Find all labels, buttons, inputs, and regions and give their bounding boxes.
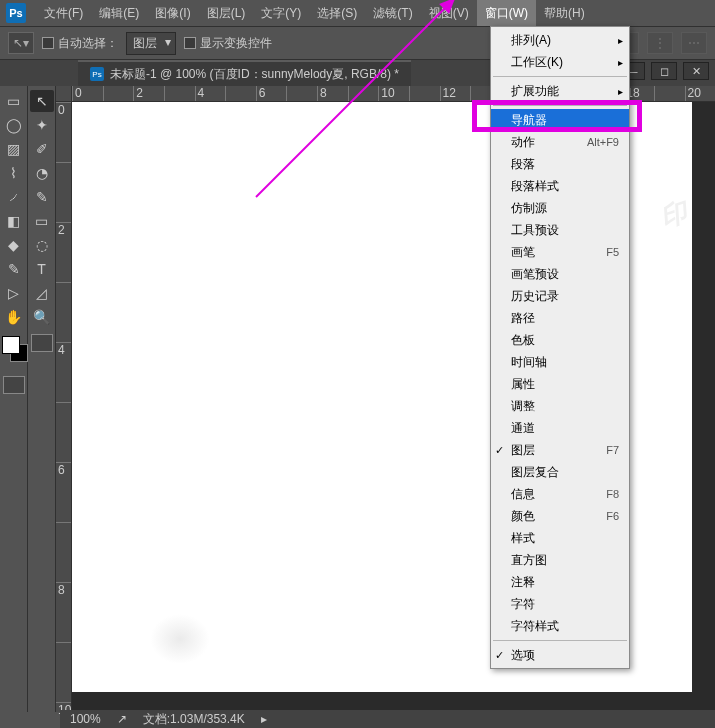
menu-bar: Ps 文件(F)编辑(E)图像(I)图层(L)文字(Y)选择(S)滤镜(T)视图… bbox=[0, 0, 715, 26]
screen-mode-button[interactable] bbox=[31, 334, 53, 352]
tool-button[interactable]: ◧ bbox=[2, 210, 26, 232]
tool-button[interactable]: ✎ bbox=[30, 186, 54, 208]
menu-item[interactable]: 导航器 bbox=[491, 109, 629, 131]
menu-item[interactable]: 样式 bbox=[491, 527, 629, 549]
menu-item[interactable]: 属性 bbox=[491, 373, 629, 395]
tool-button[interactable]: ▭ bbox=[2, 90, 26, 112]
menu-item[interactable]: 动作Alt+F9 bbox=[491, 131, 629, 153]
menu-8[interactable]: 窗口(W) bbox=[477, 0, 536, 26]
menu-item[interactable]: 字符 bbox=[491, 593, 629, 615]
toolbox-col-left: ▭◯▨⌇⟋◧◆✎▷✋ bbox=[0, 86, 28, 712]
menu-0[interactable]: 文件(F) bbox=[36, 0, 91, 26]
menu-item[interactable]: 工具预设 bbox=[491, 219, 629, 241]
tool-button[interactable]: ▷ bbox=[2, 282, 26, 304]
tool-button[interactable]: ◯ bbox=[2, 114, 26, 136]
tool-button[interactable]: ◿ bbox=[30, 282, 54, 304]
watermark: 印 bbox=[656, 195, 689, 235]
tool-button[interactable]: ✦ bbox=[30, 114, 54, 136]
export-icon[interactable]: ↗ bbox=[117, 712, 127, 726]
menu-item[interactable]: 信息F8 bbox=[491, 483, 629, 505]
distribute-v-button: ⋮ bbox=[647, 32, 673, 54]
tool-button[interactable]: ◆ bbox=[2, 234, 26, 256]
menu-item[interactable]: 段落 bbox=[491, 153, 629, 175]
menu-item[interactable]: 画笔F5 bbox=[491, 241, 629, 263]
tool-button[interactable]: ⟋ bbox=[2, 186, 26, 208]
tool-button[interactable]: ✋ bbox=[2, 306, 26, 328]
tool-button[interactable]: ✐ bbox=[30, 138, 54, 160]
menu-9[interactable]: 帮助(H) bbox=[536, 0, 593, 26]
menu-item[interactable]: 段落样式 bbox=[491, 175, 629, 197]
window-menu-dropdown: 排列(A)工作区(K)扩展功能导航器动作Alt+F9段落段落样式仿制源工具预设画… bbox=[490, 26, 630, 669]
tool-button[interactable]: ✎ bbox=[2, 258, 26, 280]
menu-1[interactable]: 编辑(E) bbox=[91, 0, 147, 26]
auto-select-label: 自动选择： bbox=[58, 35, 118, 52]
menu-item[interactable]: 通道 bbox=[491, 417, 629, 439]
quick-mask-button[interactable] bbox=[3, 376, 25, 394]
menu-5[interactable]: 选择(S) bbox=[309, 0, 365, 26]
tool-button[interactable]: ◌ bbox=[30, 234, 54, 256]
menu-item[interactable]: 注释 bbox=[491, 571, 629, 593]
ruler-vertical[interactable]: 024681012 bbox=[56, 102, 72, 712]
window-controls: — ◻ ✕ bbox=[619, 62, 709, 80]
menu-6[interactable]: 滤镜(T) bbox=[365, 0, 420, 26]
tool-button[interactable]: ⌇ bbox=[2, 162, 26, 184]
menu-item[interactable]: 仿制源 bbox=[491, 197, 629, 219]
tool-button[interactable]: ▨ bbox=[2, 138, 26, 160]
doc-info-arrow[interactable]: ▸ bbox=[261, 712, 267, 726]
ruler-origin[interactable] bbox=[56, 86, 72, 102]
auto-select-toggle[interactable]: 自动选择： bbox=[42, 32, 118, 54]
tool-button[interactable]: 🔍 bbox=[30, 306, 54, 328]
menu-item[interactable]: 路径 bbox=[491, 307, 629, 329]
watermark-curve bbox=[150, 614, 210, 664]
show-transform-toggle[interactable]: 显示变换控件 bbox=[184, 32, 272, 54]
menu-item[interactable]: 时间轴 bbox=[491, 351, 629, 373]
menu-item[interactable]: 排列(A) bbox=[491, 29, 629, 51]
show-transform-label: 显示变换控件 bbox=[200, 35, 272, 52]
tool-button[interactable]: ◔ bbox=[30, 162, 54, 184]
menu-item[interactable]: 画笔预设 bbox=[491, 263, 629, 285]
status-bar: 100% ↗ 文档:1.03M/353.4K ▸ bbox=[60, 710, 715, 728]
menu-item[interactable]: 扩展功能 bbox=[491, 80, 629, 102]
menu-item[interactable]: 直方图 bbox=[491, 549, 629, 571]
auto-select-target[interactable]: 图层 bbox=[126, 32, 176, 55]
menu-item[interactable]: 图层F7 bbox=[491, 439, 629, 461]
tool-button[interactable]: T bbox=[30, 258, 54, 280]
toolbox-col-right: ↖✦✐◔✎▭◌T◿🔍 bbox=[28, 86, 56, 712]
more-align-button: ⋯ bbox=[681, 32, 707, 54]
tool-button[interactable]: ↖ bbox=[30, 90, 54, 112]
app-logo: Ps bbox=[6, 3, 26, 23]
menu-item[interactable]: 图层复合 bbox=[491, 461, 629, 483]
doc-info[interactable]: 文档:1.03M/353.4K bbox=[143, 711, 245, 728]
tool-preset-picker[interactable]: ↖▾ bbox=[8, 32, 34, 54]
menu-2[interactable]: 图像(I) bbox=[147, 0, 198, 26]
checkbox-icon bbox=[42, 37, 54, 49]
ps-icon: Ps bbox=[90, 67, 104, 81]
document-tab[interactable]: Ps 未标题-1 @ 100% (百度ID：sunnyMelody夏, RGB/… bbox=[78, 60, 411, 86]
menu-item[interactable]: 调整 bbox=[491, 395, 629, 417]
menu-3[interactable]: 图层(L) bbox=[199, 0, 254, 26]
checkbox-icon bbox=[184, 37, 196, 49]
maximize-button[interactable]: ◻ bbox=[651, 62, 677, 80]
menu-item[interactable]: 工作区(K) bbox=[491, 51, 629, 73]
menu-item[interactable]: 颜色F6 bbox=[491, 505, 629, 527]
tool-button[interactable]: ▭ bbox=[30, 210, 54, 232]
close-button[interactable]: ✕ bbox=[683, 62, 709, 80]
menu-4[interactable]: 文字(Y) bbox=[253, 0, 309, 26]
menu-item[interactable]: 历史记录 bbox=[491, 285, 629, 307]
menu-item[interactable]: 选项 bbox=[491, 644, 629, 666]
menu-item[interactable]: 色板 bbox=[491, 329, 629, 351]
color-swatches[interactable] bbox=[0, 336, 28, 368]
menu-item[interactable]: 字符样式 bbox=[491, 615, 629, 637]
zoom-level[interactable]: 100% bbox=[70, 712, 101, 726]
document-title: 未标题-1 @ 100% (百度ID：sunnyMelody夏, RGB/8) … bbox=[110, 66, 399, 83]
